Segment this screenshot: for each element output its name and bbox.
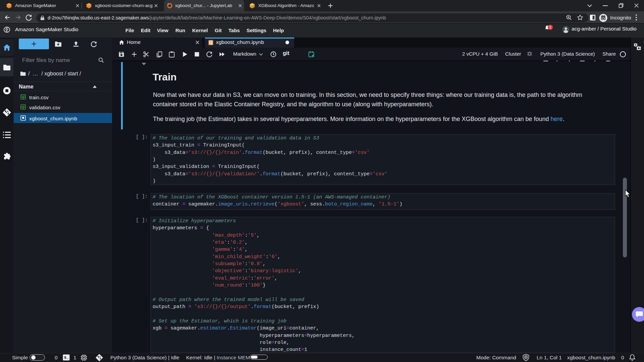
- svg-text:$_: $_: [64, 356, 69, 360]
